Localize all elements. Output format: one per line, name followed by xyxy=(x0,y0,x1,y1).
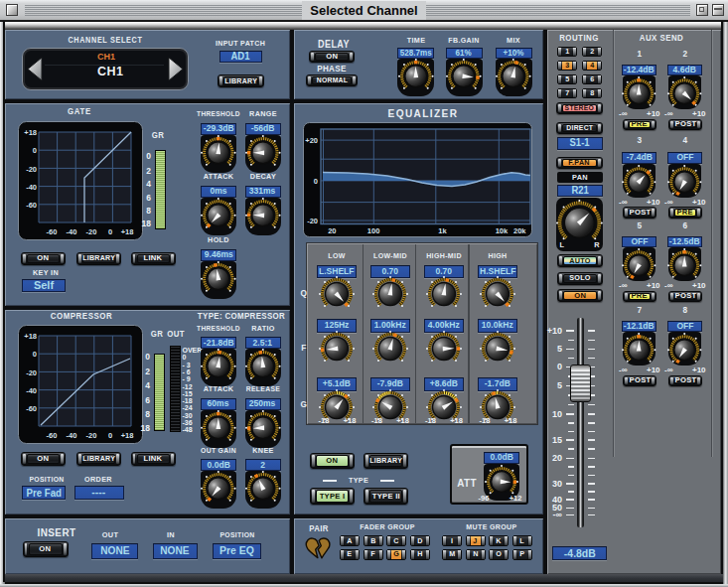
svg-text:0: 0 xyxy=(108,431,112,440)
svg-text:20k: 20k xyxy=(513,226,526,235)
svg-text:-60: -60 xyxy=(47,431,58,440)
svg-text:100: 100 xyxy=(367,226,380,235)
svg-text:20: 20 xyxy=(328,226,336,235)
svg-text:0: 0 xyxy=(33,146,37,155)
svg-text:-20: -20 xyxy=(26,368,37,377)
svg-text:0: 0 xyxy=(314,177,318,186)
svg-text:-20: -20 xyxy=(86,431,97,440)
svg-text:+18: +18 xyxy=(121,227,134,236)
svg-text:+18: +18 xyxy=(121,431,134,440)
svg-text:-40: -40 xyxy=(26,183,37,192)
svg-text:+20: +20 xyxy=(305,136,318,145)
svg-text:-60: -60 xyxy=(47,227,58,236)
svg-text:0: 0 xyxy=(108,227,112,236)
svg-text:-40: -40 xyxy=(67,431,77,440)
svg-text:-40: -40 xyxy=(26,386,37,395)
svg-text:-20: -20 xyxy=(86,227,97,236)
svg-text:-60: -60 xyxy=(26,404,37,413)
svg-text:-20: -20 xyxy=(307,217,318,225)
svg-text:-20: -20 xyxy=(26,165,37,174)
svg-text:-60: -60 xyxy=(26,201,37,210)
svg-text:-40: -40 xyxy=(67,227,77,236)
svg-text:1k: 1k xyxy=(438,226,447,235)
svg-text:+18: +18 xyxy=(24,128,37,137)
svg-text:0: 0 xyxy=(33,350,37,359)
svg-text:10k: 10k xyxy=(496,226,509,235)
svg-text:+18: +18 xyxy=(24,332,37,341)
